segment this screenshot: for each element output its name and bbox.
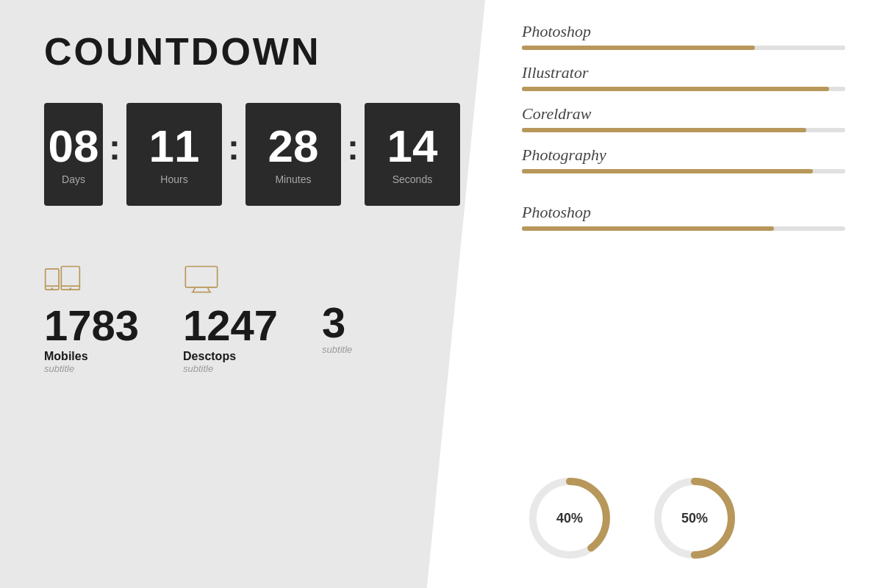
desktops-sublabel: subtitle [183,363,213,374]
minutes-value: 28 [268,123,318,169]
skill-bar-fill-illustrator [522,87,829,91]
donut-label-40: 40% [556,511,583,526]
stats-row: 1783 Mobiles subtitle 1247 Desctops subt… [44,265,441,374]
skill-name-photography: Photography [522,146,845,165]
days-label: Days [62,173,85,185]
stat-mobiles: 1783 Mobiles subtitle [44,265,139,374]
mobiles-number: 1783 [44,304,139,347]
skill-bar-bg-illustrator [522,87,845,91]
svg-point-5 [70,287,72,290]
skill-coreldraw: Coreldraw [522,104,845,132]
donut-50: 50% [647,470,742,566]
mobiles-sublabel: subtitle [44,363,74,374]
skill-photoshop2: Photoshop [522,203,845,231]
right-panel: Photoshop Illustrator Coreldraw Photogra… [485,0,882,588]
mobile-icon [44,265,81,297]
skill-illustrator: Illustrator [522,63,845,91]
colon-2: : [222,127,245,168]
hours-value: 11 [149,123,200,169]
skill-bar-fill-coreldraw [522,128,806,132]
skill-photography: Photography [522,146,845,173]
hours-label: Hours [160,173,187,185]
seconds-label: Seconds [392,173,432,185]
skill-bar-fill-photography [522,169,813,173]
left-panel: COUNTDOWN 08 Days : 11 Hours : 28 Minute… [0,0,485,588]
skill-bar-bg-photoshop2 [522,226,845,231]
countdown-title: COUNTDOWN [44,29,441,74]
desktops-number: 1247 [183,304,278,347]
seconds-value: 14 [387,123,437,169]
days-value: 08 [49,123,99,169]
skill-bar-fill-photoshop2 [522,226,774,231]
partial-number: 3 [322,301,345,344]
svg-line-7 [193,287,195,293]
skill-name-illustrator: Illustrator [522,63,845,82]
skill-name-coreldraw: Coreldraw [522,104,845,123]
skill-bar-bg-coreldraw [522,128,845,132]
partial-sublabel: subtitle [322,344,352,355]
stat-partial: 3 subtitle [322,265,352,355]
stat-desktops: 1247 Desctops subtitle [183,265,278,374]
minutes-block: 28 Minutes [245,103,341,206]
mobiles-label: Mobiles [44,350,88,363]
skills-section: Photoshop Illustrator Coreldraw Photogra… [522,22,845,456]
donut-row: 40% 50% [522,456,845,566]
donut-label-50: 50% [681,511,708,526]
skill-bar-bg-photography [522,169,845,173]
colon-1: : [103,127,126,168]
days-block: 08 Days [44,103,103,206]
desktops-label: Desctops [183,350,236,363]
skill-name-photoshop: Photoshop [522,22,845,41]
skill-bar-bg-photoshop [522,46,845,50]
skill-photoshop: Photoshop [522,22,845,50]
svg-rect-6 [185,267,217,287]
timer-row: 08 Days : 11 Hours : 28 Minutes : 14 Sec… [44,103,441,206]
colon-3: : [341,127,365,168]
hours-block: 11 Hours [126,103,222,206]
skill-bar-fill-photoshop [522,46,755,50]
svg-line-8 [207,287,209,293]
desktop-icon [183,265,220,297]
seconds-block: 14 Seconds [365,103,460,206]
minutes-label: Minutes [275,173,311,185]
svg-point-2 [51,287,54,290]
donut-40: 40% [522,470,617,566]
skill-name-photoshop2: Photoshop [522,203,845,222]
